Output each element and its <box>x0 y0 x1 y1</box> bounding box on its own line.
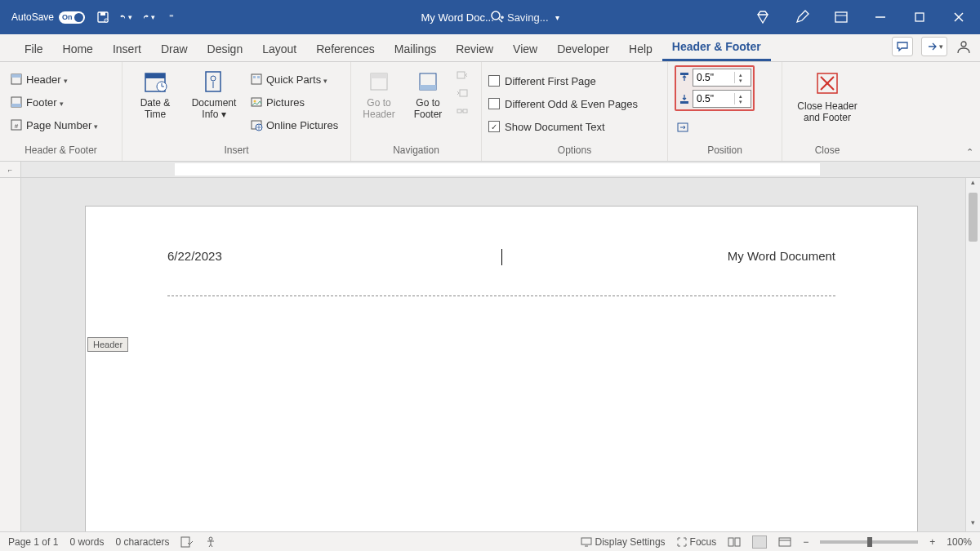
tab-header-footer[interactable]: Header & Footer <box>662 35 771 61</box>
spell-check-icon[interactable] <box>180 536 194 548</box>
group-close: Close Headerand Footer Close <box>782 62 872 161</box>
title-dropdown-icon[interactable]: ▾ <box>555 13 559 22</box>
position-highlight: ▴▾ ▴▾ <box>675 65 755 111</box>
header-left-text[interactable]: 6/22/2023 <box>167 249 222 263</box>
text-cursor <box>501 249 502 265</box>
autosave-toggle[interactable]: On <box>59 11 85 24</box>
ruler-corner[interactable]: ⌐ <box>0 162 21 177</box>
quick-parts-button[interactable]: Quick Parts <box>247 69 341 90</box>
tab-mailings[interactable]: Mailings <box>385 38 446 61</box>
group-header-footer: Header Footer #Page Number Header & Foot… <box>0 62 122 161</box>
focus-button[interactable]: Focus <box>677 536 717 548</box>
footer-from-bottom-input[interactable] <box>693 93 734 104</box>
goto-footer-button[interactable]: Go toFooter <box>407 65 449 121</box>
group-label-nav: Navigation <box>358 144 474 159</box>
tab-home[interactable]: Home <box>53 38 103 61</box>
document-info-button[interactable]: DocumentInfo ▾ <box>188 65 240 121</box>
header-tag: Header <box>87 337 128 352</box>
tab-draw[interactable]: Draw <box>151 38 198 61</box>
account-icon[interactable] <box>956 38 972 55</box>
different-odd-even-checkbox[interactable]: Different Odd & Even Pages <box>488 93 638 114</box>
document-viewport[interactable]: 6/22/2023 My Word Document Header <box>21 178 980 531</box>
svg-rect-34 <box>371 73 387 78</box>
tab-design[interactable]: Design <box>198 38 253 61</box>
collapse-ribbon-icon[interactable]: ⌃ <box>966 147 973 158</box>
title-right-controls <box>751 6 970 29</box>
close-button[interactable] <box>947 6 970 29</box>
diamond-icon[interactable] <box>751 6 774 29</box>
tab-file[interactable]: File <box>15 38 53 61</box>
online-pictures-button[interactable]: Online Pictures <box>247 114 341 136</box>
tab-review[interactable]: Review <box>446 38 503 61</box>
title-bar: AutoSave On ▾ ▾ ⁼ My Word Doc... • Savin… <box>0 0 980 34</box>
ribbon-tabs: File Home Insert Draw Design Layout Refe… <box>0 34 980 62</box>
group-label-position: Position <box>675 144 775 159</box>
close-header-footer-button[interactable]: Close Headerand Footer <box>789 65 866 124</box>
svg-rect-19 <box>145 73 165 78</box>
scroll-down-icon[interactable]: ▾ <box>966 518 980 531</box>
redo-icon[interactable]: ▾ <box>142 11 155 24</box>
group-label-close: Close <box>789 144 866 159</box>
date-time-button[interactable]: Date &Time <box>129 65 181 121</box>
zoom-out-button[interactable]: − <box>803 536 808 548</box>
qat-customize-icon[interactable]: ⁼ <box>165 11 178 24</box>
word-count[interactable]: 0 words <box>69 536 104 548</box>
svg-point-30 <box>254 100 256 103</box>
header-button[interactable]: Header <box>7 69 101 90</box>
different-first-page-checkbox[interactable]: Different First Page <box>488 70 638 91</box>
zoom-in-button[interactable]: + <box>929 536 935 548</box>
group-navigation: Go toHeader Go toFooter Navigation <box>351 62 482 161</box>
search-icon[interactable] <box>490 10 503 23</box>
zoom-slider[interactable] <box>820 540 918 544</box>
undo-icon[interactable]: ▾ <box>119 11 132 24</box>
vertical-scrollbar[interactable]: ▴ ▾ <box>965 178 980 531</box>
svg-rect-52 <box>728 538 733 546</box>
page-number-button[interactable]: #Page Number <box>7 114 101 136</box>
pictures-button[interactable]: Pictures <box>247 91 341 113</box>
display-settings-button[interactable]: Display Settings <box>581 536 666 548</box>
ribbon-display-icon[interactable] <box>830 6 853 29</box>
page-header-area[interactable]: 6/22/2023 My Word Document <box>86 207 917 329</box>
tab-right-tools: ▾ <box>892 37 972 56</box>
svg-point-11 <box>961 42 966 47</box>
tab-references[interactable]: References <box>306 38 385 61</box>
minimize-button[interactable] <box>869 6 892 29</box>
svg-rect-43 <box>680 101 688 104</box>
quick-access-toolbar: ▾ ▾ ⁼ <box>96 11 178 24</box>
scroll-thumb[interactable] <box>969 193 978 242</box>
tab-layout[interactable]: Layout <box>252 38 306 61</box>
tab-help[interactable]: Help <box>619 38 662 61</box>
tab-insert[interactable]: Insert <box>103 38 151 61</box>
work-area: 6/22/2023 My Word Document Header <box>0 178 980 531</box>
zoom-level[interactable]: 100% <box>947 536 972 548</box>
comments-icon[interactable] <box>892 37 913 56</box>
header-right-text[interactable]: My Word Document <box>728 249 835 263</box>
insert-alignment-tab-icon[interactable] <box>676 121 689 134</box>
zoom-thumb[interactable] <box>867 537 872 547</box>
footer-button[interactable]: Footer <box>7 91 101 113</box>
web-layout-icon[interactable] <box>778 537 791 547</box>
tab-developer[interactable]: Developer <box>547 38 619 61</box>
document-name: My Word Doc... <box>421 11 493 24</box>
svg-rect-27 <box>253 76 256 78</box>
scroll-up-icon[interactable]: ▴ <box>966 178 980 191</box>
read-mode-icon[interactable] <box>728 537 741 547</box>
header-from-top-input[interactable] <box>693 72 734 83</box>
tab-view[interactable]: View <box>503 38 547 61</box>
share-button[interactable]: ▾ <box>921 37 947 56</box>
accessibility-icon[interactable] <box>205 536 216 548</box>
svg-point-49 <box>209 537 212 540</box>
vertical-ruler[interactable] <box>0 178 21 531</box>
page-indicator[interactable]: Page 1 of 1 <box>8 536 58 548</box>
print-layout-icon[interactable] <box>752 535 767 549</box>
svg-rect-13 <box>11 74 21 78</box>
horizontal-ruler[interactable] <box>21 162 980 177</box>
char-count[interactable]: 0 characters <box>115 536 169 548</box>
pen-icon[interactable] <box>791 6 813 29</box>
header-from-top-spinner[interactable]: ▴▾ <box>693 69 751 87</box>
autosave-control[interactable]: AutoSave On <box>11 11 85 24</box>
footer-from-bottom-spinner[interactable]: ▴▾ <box>693 90 751 108</box>
save-icon[interactable] <box>96 11 109 24</box>
show-document-text-checkbox[interactable]: ✓Show Document Text <box>488 116 638 137</box>
maximize-button[interactable] <box>908 6 931 29</box>
